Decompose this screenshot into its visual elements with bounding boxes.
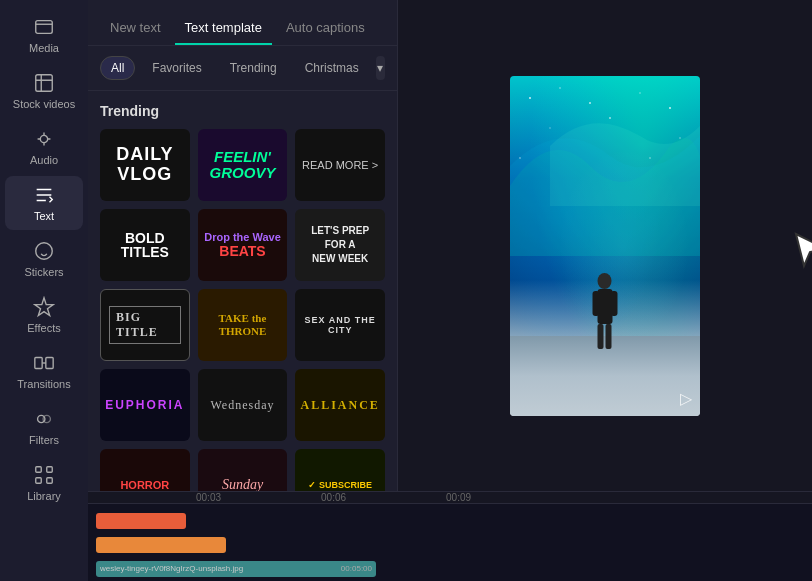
sidebar-label-library: Library [27, 490, 61, 502]
template-card-euphoria[interactable]: EUPHORIA [100, 369, 190, 441]
template-card-subscribe[interactable]: ✓ SUBSCRIBE [295, 449, 385, 491]
filter-dropdown-button[interactable]: ▾ [376, 56, 385, 80]
filter-favorites[interactable]: Favorites [141, 56, 212, 80]
template-text-read-more: READ MORE > [302, 159, 378, 171]
filter-christmas[interactable]: Christmas [294, 56, 370, 80]
text-icon [33, 184, 55, 206]
svg-point-2 [40, 135, 47, 142]
tab-new-text[interactable]: New text [100, 12, 171, 45]
template-text-euphoria: EUPHORIA [105, 398, 184, 412]
ruler-mark-2: 00:06 [321, 492, 346, 503]
svg-rect-0 [36, 21, 53, 34]
tab-auto-captions[interactable]: Auto captions [276, 12, 375, 45]
track-clip-orange[interactable] [96, 537, 226, 553]
svg-marker-12 [796, 234, 812, 266]
svg-rect-28 [606, 324, 612, 349]
filter-trending[interactable]: Trending [219, 56, 288, 80]
template-card-bottom1[interactable]: HORROR [100, 449, 190, 491]
sidebar-item-transitions[interactable]: Transitions [5, 344, 83, 398]
template-text-lets-prep: LET'S PREP FOR A NEW WEEK [311, 224, 369, 266]
sidebar-item-library[interactable]: Library [5, 456, 83, 510]
template-card-drop-beats[interactable]: Drop the Wave BEATS [198, 209, 288, 281]
svg-point-23 [598, 273, 612, 289]
template-text-bottom1: HORROR [120, 479, 169, 491]
aurora-svg [510, 96, 700, 266]
play-button[interactable]: ▷ [680, 389, 692, 408]
template-text-sex-city: SEX AND THE CITY [295, 315, 385, 335]
template-text-take-throne: TAKE the THRONE [219, 312, 267, 338]
clip-duration: 00:05:00 [341, 564, 372, 573]
ruler-mark-3: 00:09 [446, 492, 471, 503]
template-card-big-title[interactable]: BIG TITLE [100, 289, 190, 361]
template-card-bold-titles[interactable]: BOLD TITLES [100, 209, 190, 281]
trending-section-title: Trending [100, 103, 385, 119]
cursor-icon [788, 230, 812, 274]
template-text-feelin-groovy: FEELIN' GROOVY [210, 149, 276, 182]
template-card-wednesday[interactable]: Wednesday [198, 369, 288, 441]
template-grid: DAILY VLOG FEELIN' GROOVY READ MORE > BO… [100, 129, 385, 491]
preview-video: ▷ [510, 76, 700, 416]
sidebar-item-stock[interactable]: Stock videos [5, 64, 83, 118]
svg-point-7 [43, 415, 50, 422]
content-row: New text Text template Auto captions All… [88, 0, 812, 491]
effects-icon [33, 296, 55, 318]
template-card-lets-prep[interactable]: LET'S PREP FOR A NEW WEEK [295, 209, 385, 281]
track-clip-teal[interactable]: wesley-tingey-rV0f8NgIrzQ-unsplash.jpg 0… [96, 561, 376, 577]
clip-label: wesley-tingey-rV0f8NgIrzQ-unsplash.jpg [100, 564, 243, 573]
template-card-daily-vlog[interactable]: DAILY VLOG [100, 129, 190, 201]
preview-area: ▷ [398, 0, 812, 491]
ruler-mark-1: 00:03 [196, 492, 221, 503]
svg-rect-26 [611, 291, 618, 316]
template-text-bold-titles: BOLD TITLES [121, 231, 169, 259]
svg-point-16 [639, 92, 641, 94]
template-card-sex-city[interactable]: SEX AND THE CITY [295, 289, 385, 361]
cursor-arrow [788, 230, 812, 278]
filter-all[interactable]: All [100, 56, 135, 80]
svg-rect-27 [598, 324, 604, 349]
template-card-take-throne[interactable]: TAKE the THRONE [198, 289, 288, 361]
svg-rect-8 [36, 467, 42, 473]
sidebar-label-stock: Stock videos [13, 98, 75, 110]
sidebar-label-filters: Filters [29, 434, 59, 446]
stickers-icon [33, 240, 55, 262]
template-text-subscribe: ✓ SUBSCRIBE [308, 480, 372, 490]
stock-icon [33, 72, 55, 94]
template-text-big-title: BIG TITLE [109, 306, 181, 344]
sidebar-item-filters[interactable]: Filters [5, 400, 83, 454]
template-text-sunday: Sunday [222, 477, 263, 491]
sidebar-label-media: Media [29, 42, 59, 54]
transitions-icon [33, 352, 55, 374]
template-card-feelin-groovy[interactable]: FEELIN' GROOVY [198, 129, 288, 201]
sidebar-label-effects: Effects [27, 322, 60, 334]
tab-text-template[interactable]: Text template [175, 12, 272, 45]
template-text-wednesday: Wednesday [210, 398, 274, 413]
sidebar-item-audio[interactable]: Audio [5, 120, 83, 174]
sidebar-item-effects[interactable]: Effects [5, 288, 83, 342]
template-card-alliance[interactable]: ALLIANCE [295, 369, 385, 441]
track-clip-red[interactable] [96, 513, 186, 529]
svg-rect-10 [36, 478, 42, 484]
svg-rect-9 [47, 467, 53, 473]
template-text-daily-vlog: DAILY VLOG [116, 145, 173, 185]
sidebar-item-stickers[interactable]: Stickers [5, 232, 83, 286]
svg-rect-5 [46, 358, 53, 369]
timeline-ruler: 00:03 00:06 00:09 [88, 492, 812, 504]
svg-point-14 [559, 87, 561, 89]
template-card-sunday[interactable]: Sunday [198, 449, 288, 491]
sidebar-label-text: Text [34, 210, 54, 222]
svg-rect-11 [47, 478, 53, 484]
templates-scroll: Trending DAILY VLOG FEELIN' GROOVY READ … [88, 91, 397, 491]
sidebar-item-text[interactable]: Text [5, 176, 83, 230]
filter-row: All Favorites Trending Christmas ▾ [88, 46, 397, 91]
template-card-read-more[interactable]: READ MORE > [295, 129, 385, 201]
sidebar-label-stickers: Stickers [24, 266, 63, 278]
sidebar-item-media[interactable]: Media [5, 8, 83, 62]
template-text-drop-beats: Drop the Wave BEATS [204, 231, 281, 259]
svg-rect-24 [598, 289, 613, 324]
timeline-track-1 [96, 510, 804, 532]
svg-rect-25 [593, 291, 600, 316]
library-icon [33, 464, 55, 486]
timeline-track-2 [96, 534, 804, 556]
svg-point-3 [36, 243, 53, 260]
timeline-track-3: wesley-tingey-rV0f8NgIrzQ-unsplash.jpg 0… [96, 558, 804, 580]
